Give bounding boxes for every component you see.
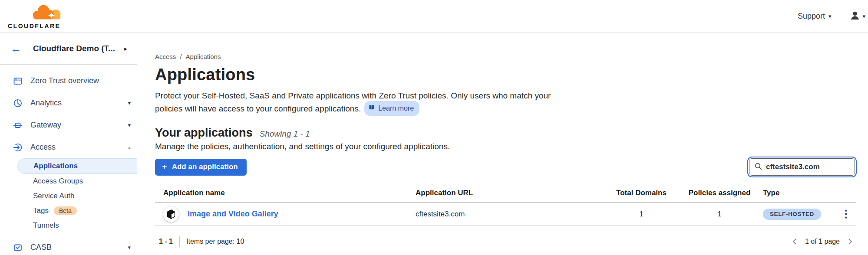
sidebar-nav: Zero Trust overview Analytics ▾ Gateway xyxy=(0,65,137,255)
account-name: Cloudflare Demo (T... xyxy=(33,44,124,53)
footer-left: 1 - 1 Items per page: 10 xyxy=(155,236,244,247)
breadcrumb: Access / Applications xyxy=(155,53,856,60)
learn-more-label: Learn more xyxy=(378,102,414,114)
sidebar-item-tags[interactable]: Tags Beta xyxy=(0,203,137,218)
breadcrumb-access[interactable]: Access xyxy=(155,53,176,60)
sidebar-item-casb[interactable]: CASB ▾ xyxy=(0,236,137,255)
sidebar-item-label: Tunnels xyxy=(33,221,59,230)
sidebar-item-label: Tags xyxy=(33,206,49,215)
breadcrumb-applications: Applications xyxy=(186,53,221,60)
total-domains-cell: 1 xyxy=(602,210,680,219)
sidebar-item-label: Access Groups xyxy=(33,177,83,186)
cloudflare-cloud-icon xyxy=(27,3,69,23)
type-cell: SELF-HOSTED xyxy=(759,209,832,220)
table-header-row: Application name Application URL Total D… xyxy=(155,189,856,203)
chevron-up-icon: ▴ xyxy=(128,144,131,150)
section-title: Your applications xyxy=(155,126,253,140)
breadcrumb-separator: / xyxy=(180,53,182,60)
support-caret-icon: ▾ xyxy=(828,13,832,20)
sidebar-item-label: Applications xyxy=(33,162,78,170)
user-caret-icon: ▾ xyxy=(862,13,865,20)
cloudflare-logo[interactable]: CLOUDFLARE xyxy=(0,3,69,29)
topbar-actions: Support ▾ ▾ xyxy=(798,11,868,22)
previous-page-icon[interactable] xyxy=(790,237,799,246)
access-icon xyxy=(13,143,23,152)
table-row: Image and Video Gallery cftestsite3.com … xyxy=(155,203,856,226)
sidebar-item-label: Zero Trust overview xyxy=(30,76,131,85)
items-per-page-label: Items per page: xyxy=(186,238,234,245)
search-box[interactable] xyxy=(749,158,855,176)
main-content: Access / Applications Applications Prote… xyxy=(137,33,868,255)
sidebar-item-gateway[interactable]: Gateway ▾ xyxy=(0,114,137,136)
support-label: Support xyxy=(798,12,825,21)
account-switcher[interactable]: ← Cloudflare Demo (T... ▸ xyxy=(0,33,137,65)
page-description: Protect your Self-Hosted, SaaS and Priva… xyxy=(155,89,554,117)
page-title: Applications xyxy=(155,65,856,84)
add-application-label: Add an application xyxy=(172,163,238,171)
list-controls: + Add an application xyxy=(155,158,856,176)
column-header-application-url: Application URL xyxy=(416,189,602,197)
chevron-down-icon: ▾ xyxy=(128,100,131,106)
casb-icon xyxy=(13,243,23,252)
showing-count: Showing 1 - 1 xyxy=(260,129,310,139)
table-footer: 1 - 1 Items per page: 10 1 of 1 page xyxy=(155,236,856,247)
application-name-link[interactable]: Image and Video Gallery xyxy=(188,209,278,219)
account-expand-icon[interactable]: ▸ xyxy=(124,45,127,52)
row-actions-kebab-icon[interactable]: ⋮ xyxy=(832,208,856,220)
type-badge: SELF-HOSTED xyxy=(763,209,821,220)
gateway-icon xyxy=(13,121,23,130)
sidebar-item-label: Analytics xyxy=(30,98,128,108)
brand-wordmark: CLOUDFLARE xyxy=(8,23,69,29)
chevron-down-icon: ▾ xyxy=(128,122,131,128)
items-range: 1 - 1 xyxy=(159,238,173,245)
next-page-icon[interactable] xyxy=(846,237,855,246)
policies-assigned-cell: 1 xyxy=(680,210,759,219)
analytics-icon xyxy=(13,98,23,108)
sidebar-item-label: Gateway xyxy=(30,121,128,130)
top-bar: CLOUDFLARE Support ▾ ▾ xyxy=(0,0,868,33)
column-header-application-name: Application name xyxy=(155,189,416,197)
support-menu[interactable]: Support ▾ xyxy=(798,12,832,21)
column-header-policies-assigned: Policies assigned xyxy=(680,189,759,197)
sidebar-item-zero-trust-overview[interactable]: Zero Trust overview xyxy=(0,70,137,92)
user-menu[interactable]: ▾ xyxy=(850,11,865,22)
sidebar: ← Cloudflare Demo (T... ▸ Zero Trust ove… xyxy=(0,33,137,255)
sidebar-item-tunnels[interactable]: Tunnels xyxy=(0,218,137,233)
applications-table: Application name Application URL Total D… xyxy=(155,189,856,226)
learn-more-button[interactable]: Learn more xyxy=(364,101,419,116)
sidebar-item-label: Service Auth xyxy=(33,192,74,200)
section-description: Manage the policies, authentication, and… xyxy=(155,142,856,151)
application-cube-icon xyxy=(163,206,179,222)
application-name-cell: Image and Video Gallery xyxy=(155,206,416,222)
sidebar-item-access-groups[interactable]: Access Groups xyxy=(0,174,137,189)
search-input[interactable] xyxy=(766,163,850,171)
section-header: Your applications Showing 1 - 1 xyxy=(155,126,856,140)
book-icon xyxy=(368,102,375,114)
chevron-down-icon: ▾ xyxy=(128,244,131,251)
sidebar-item-service-auth[interactable]: Service Auth xyxy=(0,189,137,203)
page-indicator: 1 of 1 page xyxy=(805,238,840,245)
beta-badge: Beta xyxy=(54,206,77,215)
sidebar-item-applications[interactable]: Applications xyxy=(17,158,137,174)
application-url-cell: cftestsite3.com xyxy=(416,210,602,219)
column-header-type: Type xyxy=(759,189,832,197)
page-description-text: Protect your Self-Hosted, SaaS and Priva… xyxy=(155,91,551,113)
page-body: ← Cloudflare Demo (T... ▸ Zero Trust ove… xyxy=(0,33,868,255)
sidebar-item-analytics[interactable]: Analytics ▾ xyxy=(0,92,137,114)
overview-icon xyxy=(13,76,23,86)
search-icon xyxy=(755,163,762,172)
user-icon xyxy=(850,11,860,22)
sidebar-item-label: Access xyxy=(30,143,128,152)
column-header-total-domains: Total Domains xyxy=(602,189,680,197)
access-subnav: Applications Access Groups Service Auth … xyxy=(0,158,137,233)
back-arrow-icon[interactable]: ← xyxy=(10,43,22,54)
sidebar-item-label: CASB xyxy=(30,243,128,252)
items-per-page-value[interactable]: 10 xyxy=(237,238,244,245)
plus-icon: + xyxy=(162,164,167,170)
pagination: 1 of 1 page xyxy=(790,237,855,246)
add-application-button[interactable]: + Add an application xyxy=(155,159,247,176)
footer-divider xyxy=(179,236,180,247)
sidebar-item-access[interactable]: Access ▴ xyxy=(0,136,137,158)
